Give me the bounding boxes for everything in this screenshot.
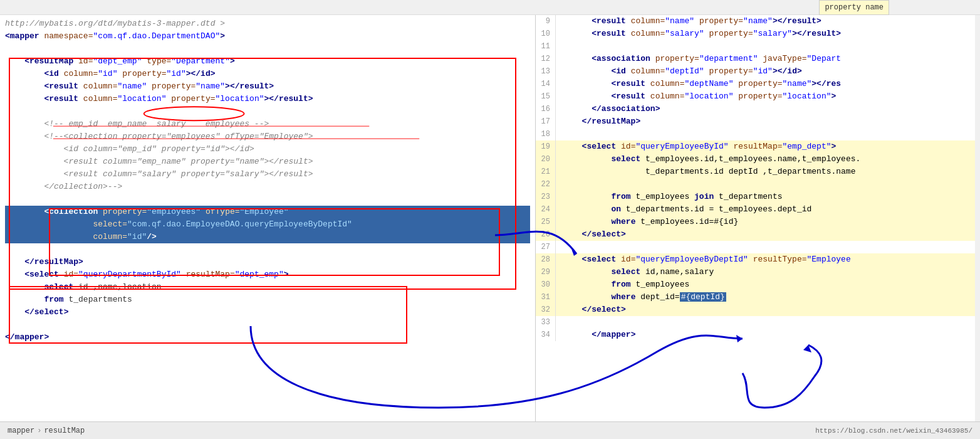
line-number: 12	[536, 53, 556, 65]
code-line-comment1: <!-- emp_id emp_name salary employees --…	[5, 118, 530, 130]
code-line-url: http://mybatis.org/dtd/mybatis-3-mapper.…	[5, 18, 530, 30]
code-line-end-select: </select>	[5, 306, 530, 319]
right-code-line-18: 18	[536, 128, 980, 140]
code-text: http://mybatis.org/dtd/mybatis-3-mapper.…	[5, 18, 530, 30]
right-code-line-29: 29 select id,name,salary	[536, 266, 980, 278]
code-text: </collection>-->	[5, 181, 530, 193]
right-code-line-16: 16 </association>	[536, 103, 980, 115]
right-code-line-11: 11	[536, 40, 980, 53]
code-line-select-body1: select id ,name,location	[5, 281, 530, 294]
breadcrumb-mapper: mapper	[8, 426, 34, 435]
line-number: 13	[536, 65, 556, 78]
code-text: from t_departments	[5, 294, 530, 306]
line-number: 15	[536, 90, 556, 103]
code-line-result-name: <result column="name" property="name"></…	[5, 80, 530, 93]
breadcrumb-sep: ›	[37, 426, 41, 435]
line-number: 33	[536, 316, 556, 329]
right-code-line-14: 14 <result column="deptName" property="n…	[536, 78, 980, 90]
code-line-id: <id column="id" property="id"></id>	[5, 68, 530, 80]
right-code-line-12: 12 <association property="department" ja…	[536, 53, 980, 65]
line-number: 19	[536, 140, 556, 153]
line-number: 25	[536, 216, 556, 228]
bottom-bar: mapper › resultMap https://blog.csdn.net…	[0, 421, 980, 439]
code-text: from t_employees	[572, 278, 980, 291]
code-text: <select id="queryEmployeeByDeptId" resul…	[572, 253, 980, 266]
code-text: </association>	[572, 103, 980, 115]
line-number: 24	[536, 203, 556, 216]
line-number: 26	[536, 228, 556, 241]
right-code-line-22: 22	[536, 178, 980, 191]
code-text: column="id"/>	[5, 231, 530, 243]
line-number: 32	[536, 304, 556, 316]
code-line-comment4: <result column="emp_name" property="name…	[5, 156, 530, 168]
line-number: 30	[536, 278, 556, 291]
line-number: 9	[536, 15, 556, 28]
code-text: <select id="queryDepartmentById" resultM…	[5, 268, 530, 281]
code-text: select id ,name,location	[5, 281, 530, 294]
code-line-select-dept: <select id="queryDepartmentById" resultM…	[5, 268, 530, 281]
code-line-collection3: column="id"/>	[5, 231, 530, 243]
line-number: 31	[536, 291, 556, 304]
code-text: <result column="salary" property="salary…	[5, 168, 530, 181]
code-line-blank2	[5, 105, 530, 118]
code-line-collection2: select="com.qf.dao.EmployeeDAO.queryEmpl…	[5, 218, 530, 231]
code-line-comment2: <!--<collection property="employees" ofT…	[5, 130, 530, 143]
code-text: <result column="deptName" property="name…	[572, 78, 980, 90]
code-text: <!--<collection property="employees" ofT…	[5, 130, 530, 143]
right-code-line-32: 32 </select>	[536, 304, 980, 316]
code-text: </resultMap>	[572, 115, 980, 128]
code-line-comment5: <result column="salary" property="salary…	[5, 168, 530, 181]
code-text: <collection property="employees" ofType=…	[5, 206, 530, 218]
code-line-mapper: <mapper namespace="com.qf.dao.Department…	[5, 30, 530, 43]
right-code-line-17: 17 </resultMap>	[536, 115, 980, 128]
right-code-line-23: 23 from t_employees join t_departments	[536, 191, 980, 203]
code-line-result-location: <result column="location" property="loca…	[5, 93, 530, 105]
code-line-comment3: <id column="emp_id" property="id"></id>	[5, 143, 530, 156]
code-text: <result column="location" property="loca…	[5, 93, 530, 105]
code-line-select-body2: from t_departments	[5, 294, 530, 306]
code-text: <!-- emp_id emp_name salary employees --…	[5, 118, 530, 130]
right-panel: 9 <result column="name" property="name">…	[536, 15, 980, 421]
code-line-comment6: </collection>-->	[5, 181, 530, 193]
code-line-blank1	[5, 43, 530, 55]
right-code-line-27: 27	[536, 241, 980, 253]
code-text: <association property="department" javaT…	[572, 53, 980, 65]
right-code-line-28: 28 <select id="queryEmployeeByDeptId" re…	[536, 253, 980, 266]
right-code-line-10: 10 <result column="salary" property="sal…	[536, 28, 980, 40]
right-code-line-34: 34 </mapper>	[536, 329, 980, 341]
line-number: 22	[536, 178, 556, 191]
scrollbar-right[interactable]	[975, 15, 980, 421]
top-header: property name	[0, 0, 980, 15]
code-text: <select id="queryEmployeeById" resultMap…	[572, 140, 980, 153]
code-text: select id,name,salary	[572, 266, 980, 278]
right-code-line-21: 21 t_departments.id deptId ,t_department…	[536, 166, 980, 178]
breadcrumb: mapper › resultMap	[8, 426, 85, 435]
line-number: 23	[536, 191, 556, 203]
code-text: <id column="deptId" property="id"></id>	[572, 65, 980, 78]
line-number: 29	[536, 266, 556, 278]
right-code-line-33: 33	[536, 316, 980, 329]
right-code-line-26: 26 </select>	[536, 228, 980, 241]
code-text: <result column="emp_name" property="name…	[5, 156, 530, 168]
code-text: select="com.qf.dao.EmployeeDAO.queryEmpl…	[5, 218, 530, 231]
property-name-label: property name	[819, 0, 889, 15]
right-code-line-31: 31 where dept_id=#{deptId}	[536, 291, 980, 304]
code-text: <resultMap id="dept_emp" type="Departmen…	[5, 55, 530, 68]
code-line-resultmap: <resultMap id="dept_emp" type="Departmen…	[5, 55, 530, 68]
code-text: <id column="id" property="id"></id>	[5, 68, 530, 80]
code-text: </mapper>	[5, 331, 530, 344]
line-number: 10	[536, 28, 556, 40]
right-code-line-25: 25 where t_employees.id=#{id}	[536, 216, 980, 228]
code-text: <result column="salary" property="salary…	[572, 28, 980, 40]
code-text: </resultMap>	[5, 256, 530, 268]
line-number: 17	[536, 115, 556, 128]
line-number: 18	[536, 128, 556, 140]
right-code-line-30: 30 from t_employees	[536, 278, 980, 291]
right-code-line-20: 20 select t_employees.id,t_employees.nam…	[536, 153, 980, 166]
breadcrumb-resultmap: resultMap	[44, 426, 85, 435]
line-number: 27	[536, 241, 556, 253]
line-number: 20	[536, 153, 556, 166]
code-text: <result column="location" property="loca…	[572, 90, 980, 103]
right-code-line-13: 13 <id column="deptId" property="id"></i…	[536, 65, 980, 78]
code-text: select t_employees.id,t_employees.name,t…	[572, 153, 980, 166]
